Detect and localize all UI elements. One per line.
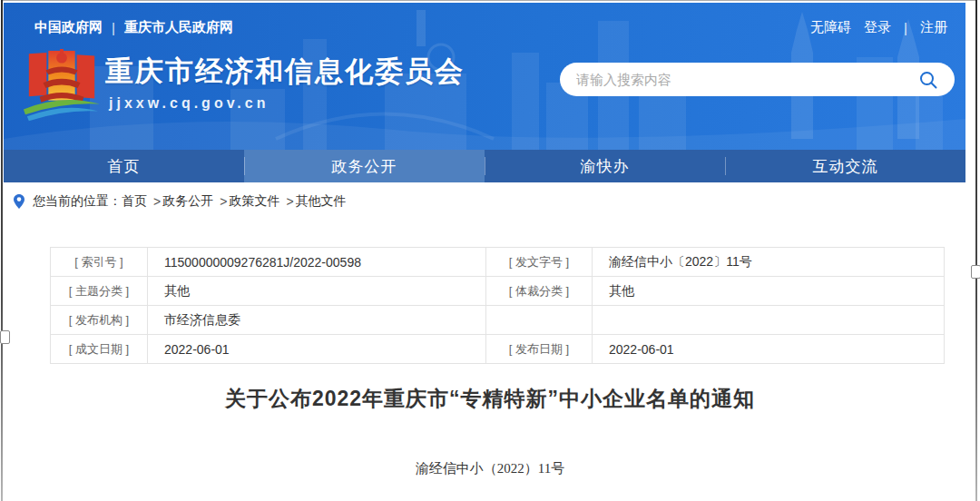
doc-publish-date-value: 2022-06-01 [593, 335, 945, 364]
search-box [560, 63, 955, 96]
article-doc-number: 渝经信中小（2022）11号 [0, 460, 980, 477]
selection-handle-left[interactable] [0, 330, 10, 344]
doc-empty-value [593, 306, 945, 335]
search-icon[interactable] [916, 68, 940, 92]
table-row: [ 主题分类 ] 其他 [ 体裁分类 ] 其他 [51, 277, 945, 306]
main-nav: 首页 政务公开 渝快办 互动交流 [4, 150, 965, 182]
doc-publish-date-label: [ 发布日期 ] [486, 335, 593, 364]
doc-genre-label: [ 体裁分类 ] [486, 277, 593, 306]
doc-genre-value: 其他 [593, 277, 945, 306]
breadcrumb-item-home[interactable]: 首页 [122, 193, 147, 210]
doc-topic-value: 其他 [148, 277, 486, 306]
site-header: 中国政府网 | 重庆市人民政府网 无障碍 登录 | 注册 重庆市经济和信息化委员… [4, 3, 965, 150]
breadcrumb-item-gov-affairs[interactable]: 政务公开 [162, 193, 213, 210]
site-domain: jjxxw.cq.gov.cn [109, 95, 269, 112]
topbar-right-links: 无障碍 登录 | 注册 [810, 19, 947, 36]
breadcrumb: 您当前的位置： 首页 > 政务公开 > 政策文件 > 其他文件 [13, 193, 347, 210]
breadcrumb-prefix: 您当前的位置： [33, 193, 122, 210]
nav-tab-interaction[interactable]: 互动交流 [725, 150, 965, 182]
article-title: 关于公布2022年重庆市“专精特新”中小企业名单的通知 [0, 385, 980, 413]
breadcrumb-separator: > [286, 194, 293, 209]
doc-written-date-value: 2022-06-01 [148, 335, 486, 364]
doc-info-table: [ 索引号 ] 11500000009276281J/2022-00598 [ … [50, 247, 945, 364]
selection-border-right [975, 0, 977, 501]
selection-border-left [1, 0, 3, 501]
doc-agency-value: 市经济信息委 [148, 306, 486, 335]
search-input[interactable] [574, 71, 916, 88]
location-pin-icon [13, 193, 25, 210]
link-register[interactable]: 注册 [920, 19, 947, 36]
chongqing-people-hall-logo-icon[interactable] [22, 46, 102, 130]
nav-tab-gov-affairs[interactable]: 政务公开 [244, 150, 485, 182]
table-row: [ 发布机构 ] 市经济信息委 [51, 306, 945, 335]
topbar-separator: | [112, 20, 115, 35]
doc-topic-label: [ 主题分类 ] [51, 277, 148, 306]
site-title: 重庆市经济和信息化委员会 [105, 53, 465, 91]
doc-written-date-label: [ 成文日期 ] [51, 335, 148, 364]
link-chongqing-gov[interactable]: 重庆市人民政府网 [124, 19, 233, 36]
breadcrumb-separator: > [220, 194, 227, 209]
topbar-separator: | [904, 20, 907, 35]
doc-symbol-value: 渝经信中小〔2022〕11号 [593, 248, 945, 277]
doc-symbol-label: [ 发文字号 ] [486, 248, 593, 277]
link-login[interactable]: 登录 [864, 19, 891, 36]
table-row: [ 成文日期 ] 2022-06-01 [ 发布日期 ] 2022-06-01 [51, 335, 945, 364]
breadcrumb-item-policy-files[interactable]: 政策文件 [229, 193, 279, 210]
selection-handle-right[interactable] [971, 265, 980, 279]
table-row: [ 索引号 ] 11500000009276281J/2022-00598 [ … [51, 248, 945, 277]
topbar-left-links: 中国政府网 | 重庆市人民政府网 [34, 19, 233, 36]
doc-agency-label: [ 发布机构 ] [51, 306, 148, 335]
breadcrumb-item-other-files[interactable]: 其他文件 [296, 193, 347, 210]
doc-index-label: [ 索引号 ] [51, 248, 148, 277]
nav-tab-home[interactable]: 首页 [4, 150, 244, 182]
breadcrumb-separator: > [153, 194, 161, 209]
doc-empty-label [486, 306, 593, 335]
nav-tab-yukuaiban[interactable]: 渝快办 [485, 150, 725, 182]
link-china-gov[interactable]: 中国政府网 [34, 19, 103, 36]
selection-border-top [2, 0, 976, 1]
doc-index-value: 11500000009276281J/2022-00598 [148, 248, 486, 277]
link-accessibility[interactable]: 无障碍 [810, 19, 851, 36]
